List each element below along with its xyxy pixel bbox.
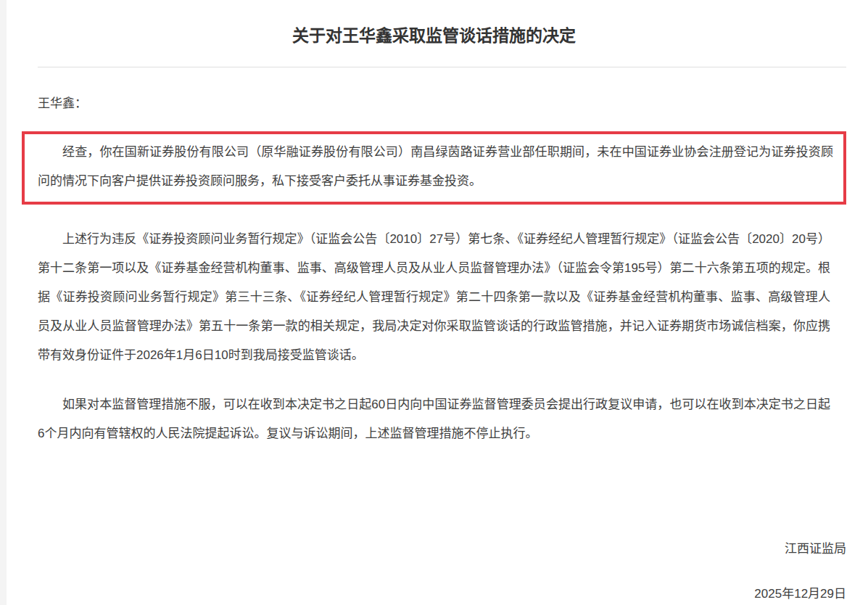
paragraph-legal-basis: 上述行为违反《证券投资顾问业务暂行规定》（证监会公告〔2010〕27号）第七条、… (38, 225, 830, 370)
document-page: 关于对王华鑫采取监管谈话措施的决定 王华鑫： 经查，你在国新证券股份有限公司（原… (0, 0, 868, 605)
red-highlight-box: 经查，你在国新证券股份有限公司（原华融证券股份有限公司）南昌绿茵路证券营业部任职… (22, 131, 846, 205)
paragraph-findings: 经查，你在国新证券股份有限公司（原华融证券股份有限公司）南昌绿茵路证券营业部任职… (38, 138, 833, 196)
decision-document: 关于对王华鑫采取监管谈话措施的决定 王华鑫： 经查，你在国新证券股份有限公司（原… (0, 0, 868, 448)
title-divider (38, 67, 846, 67)
signature-block: 江西证监局 2025年12月29日 (754, 540, 846, 603)
issuing-authority: 江西证监局 (754, 540, 846, 558)
paragraph-appeal-rights: 如果对本监督管理措施不服，可以在收到本决定书之日起60日内向中国证券监督管理委员… (38, 390, 830, 448)
salutation: 王华鑫： (38, 95, 846, 112)
document-title: 关于对王华鑫采取监管谈话措施的决定 (22, 25, 846, 46)
issue-date: 2025年12月29日 (754, 585, 846, 603)
